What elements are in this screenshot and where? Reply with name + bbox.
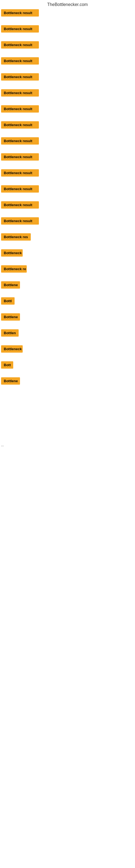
bottleneck-badge[interactable]: Bottleneck result — [1, 73, 39, 81]
bottleneck-badge[interactable]: Bottlene — [1, 313, 20, 321]
bottleneck-badge[interactable]: Bottleneck result — [1, 41, 39, 49]
item-spacer — [1, 275, 134, 280]
list-item: Bottleneck result — [1, 88, 134, 99]
list-item: Bottleneck result — [1, 120, 134, 131]
item-spacer — [1, 99, 134, 104]
list-item: Bottleneck result — [1, 152, 134, 163]
item-spacer — [1, 147, 134, 152]
bottleneck-badge[interactable]: Bottleneck result — [1, 121, 39, 129]
item-spacer — [1, 131, 134, 136]
bottleneck-badge[interactable]: Bottleneck result — [1, 9, 39, 17]
bottleneck-badge[interactable]: Bottleneck result — [1, 185, 39, 193]
item-spacer — [1, 291, 134, 296]
bottleneck-badge[interactable]: Bottlene — [1, 377, 20, 384]
bottleneck-badge[interactable]: Bottleneck res — [1, 233, 31, 241]
list-item: Bottleneck result — [1, 184, 134, 195]
list-item: Bott — [1, 360, 134, 371]
bottleneck-badge[interactable]: Bottleneck result — [1, 201, 39, 209]
bottleneck-badge[interactable]: Bottleneck result — [1, 169, 39, 177]
bottleneck-badge[interactable]: Bottlen — [1, 329, 18, 337]
item-spacer — [1, 51, 134, 56]
item-spacer — [1, 83, 134, 88]
bottleneck-badge[interactable]: Bottleneck result — [1, 217, 39, 225]
item-spacer — [1, 355, 134, 360]
item-spacer — [1, 323, 134, 328]
list-item: Bottleneck — [1, 344, 134, 355]
item-spacer — [1, 35, 134, 40]
bottleneck-badge[interactable]: Bottleneck — [1, 249, 23, 257]
list-item: Bottleneck result — [1, 56, 134, 67]
list-item: Bottleneck result — [1, 104, 134, 115]
page-wrapper: TheBottlenecker.com Bottleneck resultBot… — [0, 0, 135, 612]
bottleneck-badge[interactable]: Bottleneck — [1, 345, 23, 352]
bottleneck-badge[interactable]: Bottleneck result — [1, 89, 39, 97]
list-item: Bottleneck result — [1, 24, 134, 35]
item-spacer — [1, 227, 134, 232]
bottleneck-badge[interactable]: Bottleneck result — [1, 105, 39, 113]
list-item: Bottleneck result — [1, 168, 134, 179]
list-item: Bottleneck result — [1, 8, 134, 19]
list-item: Bottlene — [1, 376, 134, 387]
item-spacer — [1, 259, 134, 264]
list-item: Bottleneck — [1, 248, 134, 259]
item-spacer — [1, 307, 134, 312]
bottleneck-badge[interactable]: Bottl — [1, 297, 14, 305]
item-spacer — [1, 243, 134, 248]
list-item: Bottleneck result — [1, 40, 134, 51]
bottleneck-badge[interactable]: Bottleneck result — [1, 25, 39, 33]
bottleneck-badge[interactable]: Bott — [1, 361, 13, 369]
list-item: Bottlene — [1, 312, 134, 323]
list-item: Bottleneck result — [1, 136, 134, 147]
footer-spacer-2 — [0, 503, 135, 558]
list-item: Bottl — [1, 296, 134, 307]
list-item: Bottleneck result — [1, 216, 134, 227]
item-spacer — [1, 67, 134, 72]
list-item: Bottleneck res — [1, 232, 134, 243]
ellipsis-container: ... — [0, 441, 135, 449]
bottleneck-badge[interactable]: Bottleneck result — [1, 137, 39, 145]
item-spacer — [1, 163, 134, 168]
item-spacer — [1, 339, 134, 344]
footer-spacer — [0, 449, 135, 503]
list-item: Bottleneck re — [1, 264, 134, 275]
item-spacer — [1, 179, 134, 184]
bottleneck-badge[interactable]: Bottleneck result — [1, 153, 39, 161]
list-item: Bottlene — [1, 280, 134, 291]
list-item: Bottleneck result — [1, 72, 134, 83]
item-spacer — [1, 115, 134, 120]
item-spacer — [1, 371, 134, 376]
bottom-spacer — [0, 387, 135, 441]
ellipsis-text: ... — [1, 442, 134, 448]
item-spacer — [1, 211, 134, 216]
footer-spacer-3 — [0, 558, 135, 612]
item-spacer — [1, 195, 134, 200]
bottleneck-badge[interactable]: Bottleneck re — [1, 265, 27, 273]
bottleneck-list: Bottleneck resultBottleneck resultBottle… — [0, 8, 135, 387]
list-item: Bottlen — [1, 328, 134, 339]
item-spacer — [1, 19, 134, 24]
list-item: Bottleneck result — [1, 200, 134, 211]
bottleneck-badge[interactable]: Bottlene — [1, 281, 20, 289]
bottleneck-badge[interactable]: Bottleneck result — [1, 57, 39, 65]
site-title: TheBottlenecker.com — [0, 0, 135, 8]
